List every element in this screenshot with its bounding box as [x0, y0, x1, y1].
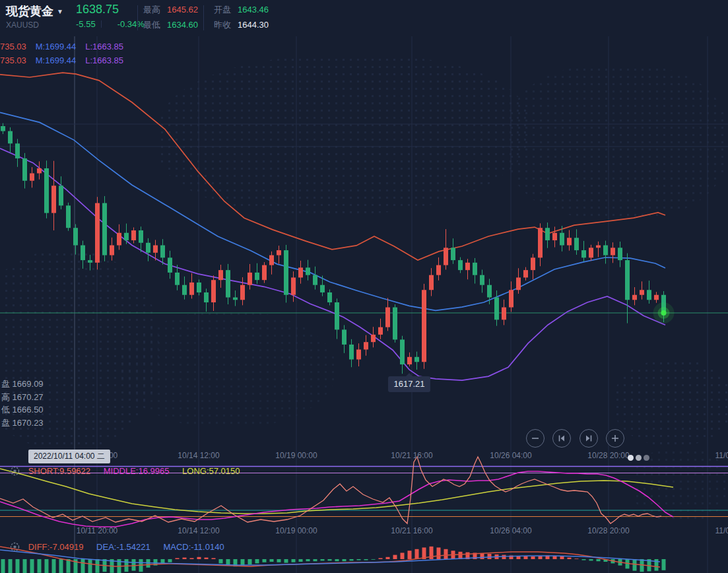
- candle-body: [269, 255, 274, 265]
- candle-body: [102, 203, 107, 255]
- low-price-label: 1617.21: [388, 376, 430, 392]
- chevron-down-icon: ▼: [57, 8, 63, 15]
- candle-body: [393, 308, 397, 340]
- zoom-in-button[interactable]: [606, 429, 624, 448]
- go-to-end-button[interactable]: [579, 429, 598, 448]
- time-axis-label: 10/26 04:00: [490, 526, 531, 535]
- macd-histogram-bar: [9, 559, 13, 573]
- candle-body: [407, 357, 412, 364]
- candle-body: [342, 329, 347, 345]
- macd-histogram-bar: [67, 559, 71, 573]
- gear-icon[interactable]: [9, 465, 20, 477]
- price-marker-dot: [661, 310, 667, 316]
- candle-body: [465, 263, 470, 270]
- candle-body: [335, 302, 339, 329]
- stat-开盘: 开盘1643.46: [214, 4, 269, 16]
- candle-body: [291, 277, 296, 294]
- macd-histogram-bar: [38, 559, 42, 573]
- macd-histogram-bar: [299, 559, 303, 562]
- candle-body: [378, 327, 383, 335]
- candle-body: [502, 308, 506, 320]
- candle-body: [262, 265, 267, 281]
- macd-histogram-bar: [292, 559, 296, 562]
- candle-body: [284, 250, 288, 295]
- candle-body: [8, 131, 13, 144]
- candle-body: [95, 203, 100, 263]
- time-axis-label: 10/28 20:00: [587, 451, 629, 460]
- boll-upper-line: [0, 73, 665, 260]
- candle-body: [458, 260, 463, 270]
- macd-histogram-bar: [248, 559, 252, 564]
- macd-histogram-bar: [401, 553, 405, 559]
- indicator-short-value: SHORT:9.59622: [28, 466, 90, 476]
- candle-body: [640, 290, 644, 295]
- skip-to-start-icon: [556, 432, 568, 444]
- time-axis-label: 10/26 04:00: [490, 451, 531, 460]
- boll-middle-line: [0, 112, 665, 310]
- candle-body: [327, 292, 332, 302]
- candle-body: [131, 230, 136, 240]
- candle-body: [625, 260, 630, 300]
- candle-body: [545, 228, 550, 240]
- macd-histogram-bar: [255, 559, 259, 563]
- candle-body: [139, 230, 143, 243]
- candle-body: [110, 246, 114, 255]
- minus-icon: [529, 432, 541, 444]
- ohlc-tooltip: 盘 1669.09高 1670.27低 1666.50盘 1670.23: [1, 378, 44, 429]
- candle-body: [632, 295, 637, 300]
- candle-body: [567, 238, 572, 245]
- candle-body: [422, 290, 426, 362]
- macd-histogram-bar: [306, 559, 310, 561]
- macd-histogram-bar: [263, 559, 267, 562]
- plus-icon: [609, 432, 621, 444]
- candle-body: [218, 270, 223, 280]
- macd-dea-value: DEA:-1.54221: [96, 542, 150, 552]
- macd-histogram-bar: [284, 559, 288, 563]
- skip-to-end-icon: [583, 432, 595, 444]
- macd-histogram-bar: [335, 559, 339, 561]
- candle-body: [146, 243, 150, 253]
- candle-body: [255, 273, 259, 280]
- chart-canvas[interactable]: [0, 0, 728, 573]
- page-title: 现货黄金: [6, 5, 53, 18]
- candle-body: [30, 174, 34, 181]
- gear-icon[interactable]: [9, 541, 20, 553]
- macd-header: DIFF:-7.04919 DEA:-1.54221 MACD:-11.0140: [9, 541, 224, 553]
- candle-body: [168, 257, 172, 273]
- macd-histogram-bar: [205, 558, 209, 559]
- candle-body: [22, 158, 27, 181]
- macd-histogram-bar: [241, 559, 245, 566]
- macd-histogram-bar: [444, 549, 448, 559]
- candle-body: [197, 283, 201, 292]
- zoom-out-button[interactable]: [526, 429, 545, 448]
- macd-histogram-bar: [539, 556, 543, 559]
- candle-body: [611, 248, 615, 255]
- macd-histogram-bar: [16, 559, 20, 573]
- candle-body: [15, 143, 20, 158]
- candle-body: [574, 238, 579, 250]
- macd-histogram-bar: [488, 554, 492, 559]
- macd-histogram-bar: [415, 549, 419, 559]
- crosshair-date-label: 2022/10/11 04:00 二: [28, 450, 110, 463]
- candle-body: [81, 246, 85, 261]
- candle-body: [487, 285, 492, 298]
- candle-body: [618, 248, 622, 260]
- candle-body: [204, 292, 209, 302]
- macd-histogram-bar: [125, 559, 129, 572]
- candle-body: [240, 285, 245, 300]
- price-change: -5.55-0.34%: [76, 19, 145, 29]
- instrument-selector[interactable]: 现货黄金▼: [6, 3, 63, 19]
- macd-histogram-bar: [30, 559, 34, 573]
- macd-histogram-bar: [393, 555, 397, 559]
- candle-body: [552, 233, 557, 240]
- candle-body: [233, 298, 238, 300]
- candle-body: [523, 270, 528, 277]
- candle-body: [509, 290, 513, 307]
- ohlc-row: 盘 1669.09: [1, 378, 44, 391]
- macd-histogram-bar: [1, 559, 5, 573]
- candle-body: [44, 168, 49, 213]
- candle-body: [182, 285, 187, 295]
- candle-body: [385, 308, 390, 327]
- macd-histogram-bar: [560, 556, 564, 559]
- go-to-start-button[interactable]: [552, 429, 571, 448]
